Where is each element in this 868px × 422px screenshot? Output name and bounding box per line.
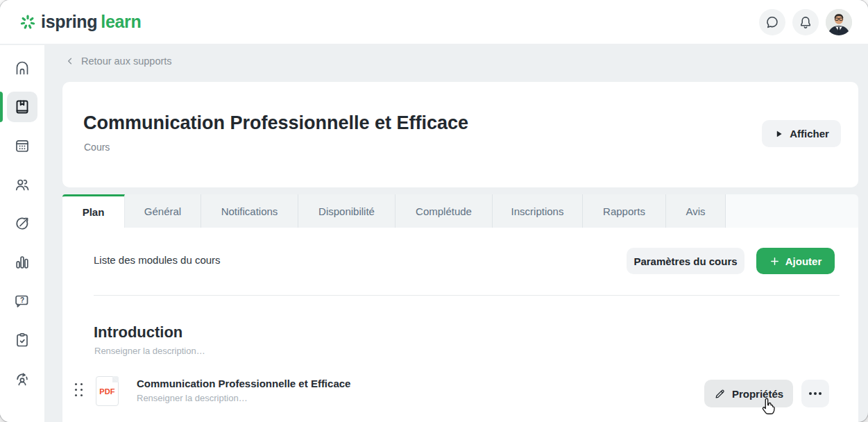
- sidebar-item-goals[interactable]: [7, 208, 37, 239]
- sidebar-item-calendar[interactable]: [7, 130, 37, 161]
- tab-bar: Plan Général Notifications Disponibilité…: [62, 194, 858, 228]
- course-type-label: Cours: [84, 142, 110, 153]
- notifications-button[interactable]: [792, 9, 819, 35]
- app-window: ispring learn: [0, 0, 868, 422]
- chevron-left-icon: [65, 56, 75, 66]
- tab-notifications[interactable]: Notifications: [201, 194, 298, 228]
- sidebar-item-questions[interactable]: ?: [7, 286, 37, 316]
- header-actions: [759, 0, 852, 44]
- pencil-icon: [714, 388, 726, 400]
- toolbar-divider: [94, 295, 840, 296]
- sidebar-item-training[interactable]: [7, 364, 37, 394]
- tab-plan[interactable]: Plan: [62, 194, 125, 228]
- logo[interactable]: ispring learn: [19, 12, 142, 32]
- tab-bar-filler: [726, 194, 858, 228]
- section-description-placeholder[interactable]: Renseigner la description…: [94, 346, 205, 356]
- breadcrumb-back-link[interactable]: Retour aux supports: [65, 56, 172, 67]
- tab-avis[interactable]: Avis: [666, 194, 726, 228]
- question-bubble-icon: ?: [14, 293, 31, 310]
- view-course-button[interactable]: Afficher: [762, 120, 841, 147]
- section-title: Introduction: [94, 323, 182, 341]
- clipboard-check-icon: [14, 332, 31, 348]
- tab-inscriptions[interactable]: Inscriptions: [493, 194, 583, 228]
- ellipsis-icon: [809, 392, 812, 395]
- sidebar: ?: [0, 45, 44, 422]
- page-title: Communication Professionnelle et Efficac…: [83, 112, 468, 134]
- top-header: ispring learn: [0, 0, 868, 44]
- play-icon: [774, 129, 783, 139]
- brand-name-primary: ispring: [41, 12, 97, 32]
- plan-tab-panel: Liste des modules du cours Paramètres du…: [62, 228, 858, 422]
- goal-target-icon: [14, 215, 31, 232]
- brand-name-secondary: learn: [101, 12, 141, 32]
- modules-list-heading: Liste des modules du cours: [94, 254, 221, 267]
- person-gauge-icon: [14, 371, 31, 387]
- home-icon: [14, 60, 31, 76]
- sidebar-item-users[interactable]: [7, 169, 37, 200]
- bar-chart-reports-icon: [14, 254, 31, 271]
- sidebar-item-assignments[interactable]: [7, 325, 37, 355]
- pdf-file-icon: PDF: [96, 376, 119, 406]
- bell-icon: [798, 15, 813, 30]
- module-properties-label: Propriétés: [732, 388, 783, 400]
- book-courses-icon: [14, 99, 31, 115]
- module-row: PDF Communication Professionnelle et Eff…: [62, 371, 858, 413]
- course-settings-button[interactable]: Paramètres du cours: [627, 248, 744, 274]
- tab-disponibilite[interactable]: Disponibilité: [298, 194, 395, 228]
- add-module-label: Ajouter: [785, 255, 822, 267]
- plus-icon: [769, 256, 780, 267]
- tab-completude[interactable]: Complétude: [395, 194, 493, 228]
- pdf-file-badge: PDF: [99, 387, 115, 396]
- sidebar-item-home[interactable]: [7, 53, 37, 83]
- course-header-card: Communication Professionnelle et Efficac…: [62, 82, 858, 187]
- sidebar-item-courses[interactable]: [7, 92, 37, 122]
- breadcrumb-label: Retour aux supports: [81, 56, 172, 67]
- messages-button[interactable]: [759, 9, 785, 35]
- sidebar-item-reports[interactable]: [7, 247, 37, 278]
- add-module-button[interactable]: Ajouter: [756, 248, 835, 274]
- module-more-options-button[interactable]: [801, 380, 829, 407]
- chat-icon: [765, 15, 780, 30]
- module-title[interactable]: Communication Professionnelle et Efficac…: [137, 378, 350, 389]
- ispring-logo-icon: [19, 14, 36, 31]
- svg-text:?: ?: [20, 296, 24, 304]
- module-properties-button[interactable]: Propriétés: [704, 380, 793, 407]
- tab-general[interactable]: Général: [125, 194, 201, 228]
- tab-rapports[interactable]: Rapports: [583, 194, 666, 228]
- calendar-icon: [14, 137, 31, 154]
- drag-handle[interactable]: [75, 383, 84, 400]
- users-icon: [14, 176, 31, 193]
- avatar[interactable]: [826, 9, 852, 35]
- module-description-placeholder[interactable]: Renseigner la description…: [137, 393, 248, 403]
- view-course-label: Afficher: [790, 128, 829, 140]
